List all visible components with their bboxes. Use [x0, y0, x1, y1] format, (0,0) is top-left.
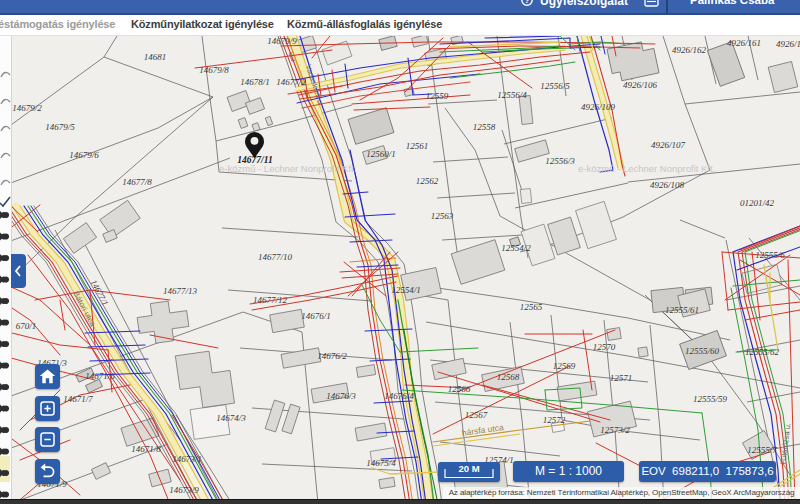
- svg-text:12560/1: 12560/1: [366, 149, 396, 159]
- svg-text:14671/7: 14671/7: [63, 394, 93, 404]
- svg-text:12563: 12563: [431, 211, 454, 221]
- svg-text:12555/59: 12555/59: [693, 394, 728, 404]
- svg-text:4926/106: 4926/106: [623, 80, 658, 90]
- svg-text:12561: 12561: [406, 141, 429, 151]
- svg-text:14674/3: 14674/3: [216, 413, 246, 423]
- svg-text:e-közmű - Lechner Nonprofit Kf: e-közmű - Lechner Nonprofit Kft.: [578, 163, 715, 174]
- svg-text:14679/2: 14679/2: [12, 103, 42, 113]
- svg-text:4926/162: 4926/162: [672, 45, 707, 55]
- svg-text:670/1: 670/1: [16, 321, 37, 331]
- svg-text:14679/9: 14679/9: [267, 36, 297, 46]
- svg-text:14679/6: 14679/6: [69, 150, 99, 160]
- svg-text:14676/1: 14676/1: [301, 311, 331, 321]
- svg-text:12571: 12571: [610, 373, 633, 383]
- svg-text:12569: 12569: [553, 361, 576, 371]
- svg-text:12566: 12566: [448, 384, 471, 394]
- svg-text:4926/108: 4926/108: [650, 180, 685, 190]
- svg-text:14675/4: 14675/4: [366, 458, 396, 468]
- svg-text:14671/6: 14671/6: [85, 371, 115, 381]
- svg-text:12565: 12565: [520, 302, 543, 312]
- svg-text:14677/10: 14677/10: [258, 252, 293, 262]
- svg-text:12555/7: 12555/7: [747, 445, 777, 455]
- svg-text:14676/3: 14676/3: [326, 391, 356, 401]
- svg-text:14671/8: 14671/8: [131, 444, 161, 454]
- svg-text:12554/1: 12554/1: [391, 285, 421, 295]
- svg-text:14677/12: 14677/12: [253, 295, 288, 305]
- svg-text:12554/2: 12554/2: [501, 243, 531, 253]
- svg-text:12556/3: 12556/3: [545, 156, 575, 166]
- svg-text:12570: 12570: [593, 342, 616, 352]
- svg-text:4926/163: 4926/163: [776, 39, 800, 49]
- svg-text:12555/60: 12555/60: [685, 346, 720, 356]
- svg-text:12562: 12562: [416, 176, 439, 186]
- svg-text:14673/1: 14673/1: [172, 454, 202, 464]
- svg-text:4926/161: 4926/161: [727, 38, 761, 48]
- svg-text:12559: 12559: [426, 91, 449, 101]
- svg-text:14677/8: 14677/8: [122, 177, 152, 187]
- svg-text:12567: 12567: [465, 410, 488, 420]
- svg-text:12555/6: 12555/6: [755, 250, 785, 260]
- svg-text:4926/109: 4926/109: [581, 102, 616, 112]
- svg-text:14681: 14681: [144, 52, 167, 62]
- svg-text:12556/5: 12556/5: [540, 81, 570, 91]
- svg-text:12558: 12558: [473, 122, 496, 132]
- svg-text:4926/107: 4926/107: [651, 140, 686, 150]
- svg-text:?: ?: [525, 0, 530, 5]
- svg-text:12568: 12568: [497, 372, 520, 382]
- svg-text:12556/4: 12556/4: [497, 90, 527, 100]
- svg-text:12572: 12572: [543, 415, 566, 425]
- svg-text:14679/8: 14679/8: [199, 65, 229, 75]
- svg-text:14676/2: 14676/2: [317, 351, 347, 361]
- svg-text:14678/1: 14678/1: [240, 77, 270, 87]
- svg-text:12573/2: 12573/2: [600, 425, 630, 435]
- svg-text:12555/61: 12555/61: [665, 305, 699, 315]
- svg-text:12555/62: 12555/62: [745, 347, 780, 357]
- svg-text:14673/9: 14673/9: [169, 485, 199, 495]
- svg-text:14676/4: 14676/4: [384, 391, 414, 401]
- svg-text:14679/5: 14679/5: [45, 122, 75, 132]
- svg-text:14677/13: 14677/13: [163, 286, 198, 296]
- svg-text:01201/42: 01201/42: [740, 198, 775, 208]
- svg-text:14677/2: 14677/2: [276, 77, 306, 87]
